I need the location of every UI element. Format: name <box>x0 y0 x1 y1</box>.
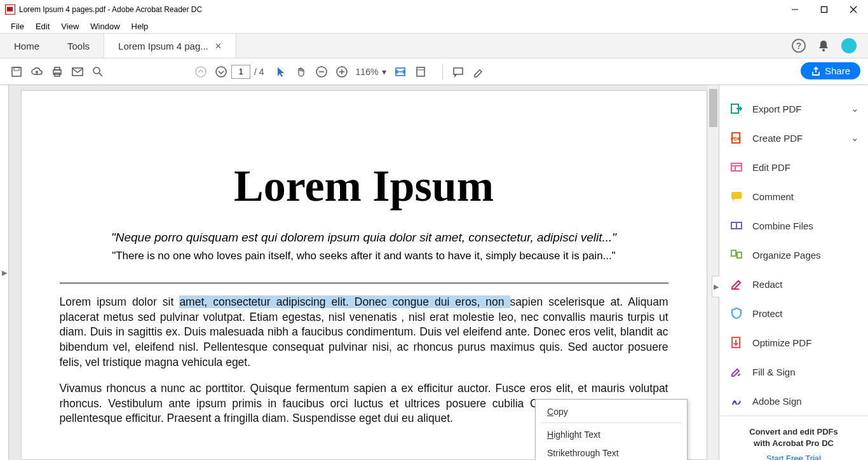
zoom-in-icon[interactable] <box>332 62 352 82</box>
menu-view[interactable]: View <box>57 20 83 32</box>
bell-icon[interactable] <box>817 39 830 52</box>
close-button[interactable] <box>839 0 868 19</box>
pdf-file-icon <box>5 4 15 15</box>
side-tool-label: Edit PDF <box>752 162 790 173</box>
doc-subtitle-1: "Neque porro quisquam est qui dolorem ip… <box>60 231 668 245</box>
scrollbar-thumb[interactable] <box>709 89 717 127</box>
menu-edit[interactable]: Edit <box>31 20 54 32</box>
minimize-button[interactable] <box>780 0 810 19</box>
side-tool-create[interactable]: PDFCreate PDF⌄ <box>719 123 868 152</box>
doc-title: Lorem Ipsum <box>60 161 668 212</box>
svg-point-11 <box>93 67 100 74</box>
titlebar: Lorem Ipsum 4 pages.pdf - Adobe Acrobat … <box>0 0 868 19</box>
print-icon[interactable] <box>47 62 67 82</box>
fit-width-icon[interactable] <box>390 62 410 82</box>
doc-subtitle-2: "There is no one who loves pain itself, … <box>60 250 668 262</box>
side-tool-sign[interactable]: Fill & Sign <box>719 357 868 386</box>
doc-divider <box>60 283 668 283</box>
page-current-input[interactable] <box>231 65 250 79</box>
side-tool-redact[interactable]: Redact <box>719 269 868 299</box>
side-tool-label: Optimize PDF <box>752 337 811 348</box>
menu-file[interactable]: File <box>6 20 29 32</box>
side-tool-comment[interactable]: Comment <box>719 182 868 211</box>
ctx-strikethrough[interactable]: Strikethrough Text <box>536 443 687 460</box>
side-tool-asign[interactable]: Adobe Sign <box>719 386 868 416</box>
page-up-icon[interactable] <box>191 62 211 82</box>
asign-icon <box>729 395 743 407</box>
side-tool-protect[interactable]: Protect <box>719 299 868 328</box>
svg-point-4 <box>822 49 825 51</box>
right-panel-handle[interactable]: ▶ <box>712 276 719 297</box>
tab-close-icon[interactable]: ✕ <box>215 41 222 51</box>
svg-rect-1 <box>822 7 827 13</box>
svg-rect-34 <box>737 252 742 258</box>
redact-icon <box>729 278 743 290</box>
document-area: Lorem Ipsum "Neque porro quisquam est qu… <box>9 85 719 460</box>
side-tool-label: Comment <box>752 191 794 202</box>
selected-text[interactable]: amet, consectetur adipiscing elit. Donec… <box>179 295 510 308</box>
tab-document-label: Lorem Ipsum 4 pag... <box>118 41 208 51</box>
start-trial-link[interactable]: Start Free Trial <box>727 454 860 460</box>
mail-icon[interactable] <box>67 62 88 82</box>
menu-window[interactable]: Window <box>86 20 124 32</box>
menu-help[interactable]: Help <box>127 20 153 32</box>
side-tool-label: Organize Pages <box>752 250 821 260</box>
side-tool-optimize[interactable]: Optimize PDF <box>719 328 868 357</box>
comment-icon <box>729 190 743 203</box>
share-label: Share <box>825 65 850 76</box>
zoom-select[interactable]: 116% ▾ <box>352 67 391 77</box>
help-icon[interactable]: ? <box>792 39 806 53</box>
combine-icon <box>729 219 743 232</box>
svg-rect-31 <box>731 222 736 229</box>
side-tool-combine[interactable]: Combine Files <box>719 211 868 240</box>
ctx-highlight[interactable]: Highlight Text <box>536 425 687 443</box>
cloud-icon[interactable] <box>27 62 47 82</box>
side-tool-label: Fill & Sign <box>752 367 796 377</box>
export-icon <box>729 102 743 115</box>
side-tool-label: Protect <box>752 308 783 319</box>
svg-line-12 <box>99 73 102 76</box>
zoom-out-icon[interactable] <box>311 62 332 82</box>
side-tool-export[interactable]: Export PDF⌄ <box>719 94 868 123</box>
side-tool-organize[interactable]: Organize Pages <box>719 240 868 269</box>
organize-icon <box>729 248 743 261</box>
protect-icon <box>729 307 743 320</box>
profile-avatar[interactable] <box>841 38 857 53</box>
chevron-down-icon: ⌄ <box>851 132 859 144</box>
fit-page-icon[interactable] <box>410 62 431 82</box>
side-tool-label: Combine Files <box>752 220 813 231</box>
context-menu: Copy Highlight Text Strikethrough Text A… <box>535 399 688 460</box>
side-tool-edit[interactable]: Edit PDF <box>719 152 868 182</box>
doc-paragraph-1: Lorem ipsum dolor sit amet, consectetur … <box>60 295 668 370</box>
tab-tools[interactable]: Tools <box>53 34 104 58</box>
side-tool-label: Adobe Sign <box>752 396 802 407</box>
ctx-copy[interactable]: Copy <box>536 402 687 421</box>
vertical-scrollbar[interactable] <box>708 85 719 460</box>
tab-document[interactable]: Lorem Ipsum 4 pag... ✕ <box>104 34 236 58</box>
comment-tool-icon[interactable] <box>448 62 468 82</box>
svg-rect-33 <box>731 250 736 256</box>
toolbar: / 4 116% ▾ Share <box>0 58 868 85</box>
share-button[interactable]: Share <box>801 62 860 79</box>
menubar: File Edit View Window Help <box>0 19 868 33</box>
search-icon[interactable] <box>88 62 108 82</box>
sign-icon <box>729 365 743 378</box>
side-tool-label: Create PDF <box>752 133 803 144</box>
svg-rect-23 <box>454 68 463 74</box>
tools-panel: ▶ Export PDF⌄PDFCreate PDF⌄Edit PDFComme… <box>719 85 868 460</box>
svg-rect-30 <box>731 192 742 199</box>
page-indicator: / 4 <box>231 65 264 79</box>
pointer-icon[interactable] <box>271 62 291 82</box>
svg-rect-5 <box>12 67 21 76</box>
svg-rect-32 <box>736 222 742 229</box>
highlight-tool-icon[interactable] <box>468 62 489 82</box>
save-icon[interactable] <box>6 62 27 82</box>
page-down-icon[interactable] <box>211 62 231 82</box>
svg-rect-8 <box>55 67 60 70</box>
svg-rect-10 <box>72 68 83 76</box>
hand-icon[interactable] <box>291 62 311 82</box>
left-panel-handle[interactable]: ▶ <box>0 85 9 460</box>
tab-home[interactable]: Home <box>0 34 53 58</box>
top-tabs: Home Tools Lorem Ipsum 4 pag... ✕ ? <box>0 33 868 58</box>
maximize-button[interactable] <box>810 0 839 19</box>
